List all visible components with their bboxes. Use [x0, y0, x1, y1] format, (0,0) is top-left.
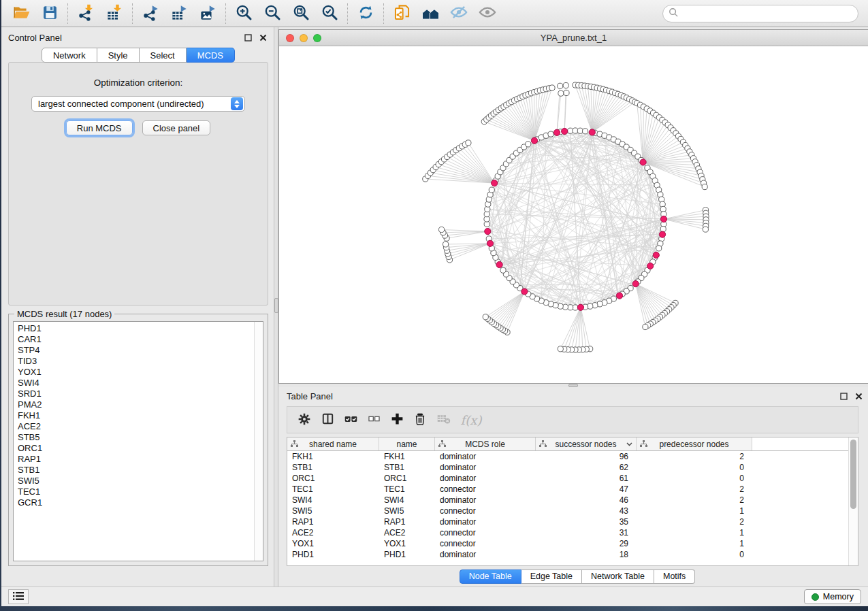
- search-field[interactable]: [662, 5, 858, 22]
- float-table-panel-button[interactable]: [838, 391, 849, 401]
- tab-edge-table[interactable]: Edge Table: [521, 569, 582, 584]
- first-neighbors-button[interactable]: [416, 2, 445, 25]
- column-header-predecessor-nodes[interactable]: predecessor nodes: [637, 437, 752, 450]
- tab-select[interactable]: Select: [140, 48, 187, 63]
- criterion-select[interactable]: largest connected component (undirected): [31, 96, 245, 112]
- clear-all-columns-button[interactable]: [364, 410, 384, 430]
- network-canvas[interactable]: [279, 46, 868, 383]
- table-row[interactable]: PHD1PHD1dominator180: [287, 549, 848, 560]
- table-panel: Table Panel: [278, 387, 868, 587]
- hide-unselected-button[interactable]: [445, 2, 473, 25]
- list-item[interactable]: ORC1: [18, 443, 254, 454]
- splitter-grip[interactable]: [274, 298, 278, 313]
- list-item[interactable]: STB5: [18, 432, 254, 443]
- list-item[interactable]: SRD1: [18, 389, 254, 399]
- memory-button[interactable]: Memory: [804, 589, 861, 604]
- tab-style[interactable]: Style: [97, 48, 140, 63]
- network-titlebar[interactable]: YPA_prune.txt_1: [279, 30, 868, 46]
- run-mcds-button[interactable]: Run MCDS: [66, 120, 133, 135]
- export-network-button[interactable]: [136, 2, 165, 25]
- float-panel-button[interactable]: [242, 32, 253, 43]
- zoom-selected-button[interactable]: [315, 2, 344, 25]
- mcds-result-list: PHD1CAR1STP4TID3YOX1SWI4SRD1PMA2FKH1ACE2…: [14, 322, 254, 561]
- table-panel-title: Table Panel: [287, 391, 333, 401]
- export-table-button[interactable]: [165, 2, 193, 25]
- list-item[interactable]: SWI5: [18, 476, 254, 486]
- table-scrollbar[interactable]: [848, 437, 858, 565]
- tab-node-table[interactable]: Node Table: [460, 569, 521, 584]
- column-header-shared-name[interactable]: shared name: [287, 437, 379, 450]
- search-input[interactable]: [683, 8, 852, 18]
- zoom-in-button[interactable]: [229, 2, 258, 25]
- table-row[interactable]: SWI4SWI4dominator462: [287, 495, 848, 506]
- list-item[interactable]: FKH1: [18, 410, 254, 421]
- table-row[interactable]: FKH1FKH1dominator962: [287, 451, 848, 462]
- toggle-column-view-button[interactable]: [317, 410, 338, 430]
- zoom-fit-icon: [292, 3, 310, 24]
- function-builder-button[interactable]: f(x): [456, 410, 486, 430]
- mcds-result-title: MCDS result (17 nodes): [14, 309, 114, 319]
- tab-motifs[interactable]: Motifs: [654, 569, 695, 584]
- open-session-button[interactable]: [7, 2, 35, 25]
- column-header-successor-nodes[interactable]: successor nodes: [536, 437, 637, 450]
- refresh-layout-button[interactable]: [351, 2, 380, 25]
- tab-network[interactable]: Network: [42, 48, 97, 63]
- table-row[interactable]: STB1STB1dominator620: [287, 462, 848, 473]
- zoom-out-button[interactable]: [258, 2, 287, 25]
- column-header-MCDS-role[interactable]: MCDS role: [435, 437, 536, 450]
- add-column-button[interactable]: [387, 410, 407, 430]
- list-item[interactable]: TID3: [18, 356, 254, 367]
- duplicate-network-button[interactable]: [387, 2, 416, 25]
- scrollbar-thumb[interactable]: [850, 440, 856, 509]
- show-all-button[interactable]: [473, 2, 502, 25]
- panel-splitter[interactable]: [274, 27, 278, 587]
- list-scrollbar[interactable]: [254, 322, 263, 561]
- list-item[interactable]: GCR1: [18, 497, 254, 508]
- mcds-tab-content: Optimization criterion: largest connecte…: [8, 62, 268, 306]
- table-row[interactable]: ORC1ORC1dominator610: [287, 473, 848, 484]
- delete-table-button[interactable]: [433, 410, 453, 430]
- cell-successor-nodes: 61: [536, 473, 637, 484]
- export-image-button[interactable]: [193, 2, 222, 25]
- cell-successor-nodes: 18: [536, 549, 637, 560]
- list-item[interactable]: CAR1: [18, 334, 254, 345]
- import-table-button[interactable]: [100, 2, 129, 25]
- tab-network-table[interactable]: Network Table: [582, 569, 654, 584]
- table-row[interactable]: RAP1RAP1dominator352: [287, 516, 848, 527]
- table-splitter[interactable]: [278, 384, 868, 387]
- cell-shared-name: TEC1: [287, 484, 379, 495]
- list-item[interactable]: PMA2: [18, 399, 254, 410]
- cell-name: ACE2: [379, 527, 435, 538]
- table-row[interactable]: TEC1TEC1connector472: [287, 484, 848, 495]
- list-item[interactable]: STB1: [18, 465, 254, 476]
- first-neighbors-icon: [421, 3, 440, 24]
- list-item[interactable]: PHD1: [18, 323, 254, 334]
- table-row[interactable]: YOX1YOX1connector291: [287, 538, 848, 549]
- task-history-button[interactable]: [8, 589, 29, 604]
- list-item[interactable]: SWI4: [18, 378, 254, 389]
- cell-predecessor-nodes: 2: [637, 516, 752, 527]
- close-panel-button[interactable]: [257, 32, 268, 43]
- import-network-icon: [77, 3, 95, 24]
- cell-successor-nodes: 62: [536, 462, 637, 473]
- list-item[interactable]: ACE2: [18, 421, 254, 432]
- table-row[interactable]: ACE2ACE2connector311: [287, 527, 848, 538]
- save-session-button[interactable]: [35, 2, 64, 25]
- splitter-grip-h[interactable]: [568, 384, 578, 387]
- select-all-columns-button[interactable]: [340, 410, 361, 430]
- import-network-button[interactable]: [71, 2, 100, 25]
- list-item[interactable]: TEC1: [18, 486, 254, 497]
- list-item[interactable]: RAP1: [18, 454, 254, 465]
- zoom-fit-button[interactable]: [287, 2, 315, 25]
- list-item[interactable]: STP4: [18, 345, 254, 356]
- list-item[interactable]: YOX1: [18, 367, 254, 378]
- close-table-panel-button[interactable]: [853, 391, 864, 401]
- close-panel-button2[interactable]: Close panel: [142, 120, 211, 135]
- table-row[interactable]: SWI5SWI5connector431: [287, 506, 848, 516]
- zoom-selected-icon: [321, 3, 339, 24]
- table-settings-button[interactable]: [294, 410, 315, 430]
- delete-column-button[interactable]: [410, 410, 430, 430]
- cell-MCDS-role: dominator: [435, 451, 536, 462]
- column-header-name[interactable]: name: [379, 437, 435, 450]
- tab-mcds[interactable]: MCDS: [187, 48, 235, 63]
